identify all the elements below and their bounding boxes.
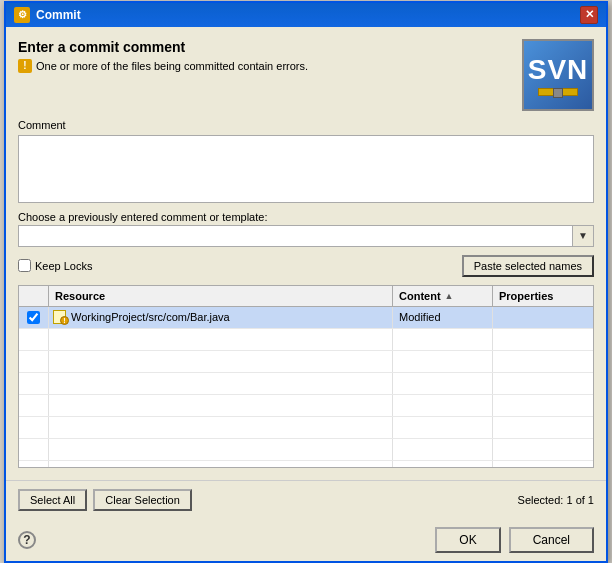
warning-row: ! One or more of the files being committ… [18,59,308,73]
td-properties [493,307,593,328]
header-section: Enter a commit comment ! One or more of … [18,39,594,111]
th-content[interactable]: Content ▲ [393,286,493,306]
empty-table-row [19,439,593,461]
td-resource: ! WorkingProject/src/com/Bar.java [49,307,393,328]
table-body: ! WorkingProject/src/com/Bar.java Modifi… [19,307,593,467]
file-table: Resource Content ▲ Properties [18,285,594,468]
file-content-status: Modified [399,311,441,323]
footer-bar: ? OK Cancel [6,519,606,561]
file-path: WorkingProject/src/com/Bar.java [71,311,230,323]
table-header: Resource Content ▲ Properties [19,286,593,307]
header-left: Enter a commit comment ! One or more of … [18,39,308,73]
th-properties-label: Properties [499,290,553,302]
help-icon[interactable]: ? [18,531,36,549]
template-section: Choose a previously entered comment or t… [18,211,594,247]
th-resource-label: Resource [55,290,105,302]
dropdown-arrow-icon[interactable]: ▼ [572,225,594,247]
empty-table-row [19,417,593,439]
bottom-bar: Select All Clear Selection Selected: 1 o… [6,480,606,519]
clear-selection-button[interactable]: Clear Selection [93,489,192,511]
select-all-button[interactable]: Select All [18,489,87,511]
keep-locks-text: Keep Locks [35,260,92,272]
th-content-label: Content [399,290,441,302]
ok-button[interactable]: OK [435,527,500,553]
table-row[interactable]: ! WorkingProject/src/com/Bar.java Modifi… [19,307,593,329]
empty-table-row [19,395,593,417]
row-checkbox[interactable] [27,311,40,324]
options-row: Keep Locks Paste selected names [18,255,594,277]
keep-locks-checkbox[interactable] [18,259,31,272]
close-button[interactable]: ✕ [580,6,598,24]
sort-arrow-icon: ▲ [445,291,454,301]
empty-table-row [19,329,593,351]
td-check[interactable] [19,307,49,328]
dialog-title: Commit [36,8,81,22]
empty-table-row [19,351,593,373]
template-label: Choose a previously entered comment or t… [18,211,594,223]
th-resource: Resource [49,286,393,306]
bottom-left-buttons: Select All Clear Selection [18,489,192,511]
warning-icon: ! [18,59,32,73]
file-modified-overlay: ! [60,316,69,325]
warning-message: One or more of the files being committed… [36,60,308,72]
dialog-icon: ⚙ [14,7,30,23]
template-dropdown-wrapper: ▼ [18,225,594,247]
title-bar-left: ⚙ Commit [14,7,81,23]
selected-count-label: Selected: 1 of 1 [518,494,594,506]
th-properties: Properties [493,286,593,306]
svn-connector [538,88,578,96]
svn-label: SVN [528,54,589,86]
template-dropdown[interactable] [18,225,594,247]
empty-table-row [19,373,593,395]
footer-buttons: OK Cancel [435,527,594,553]
commit-dialog: ⚙ Commit ✕ Enter a commit comment ! One … [4,1,608,563]
title-bar: ⚙ Commit ✕ [6,3,606,27]
dialog-body: Enter a commit comment ! One or more of … [6,27,606,480]
comment-section: Comment [18,119,594,203]
paste-selected-names-button[interactable]: Paste selected names [462,255,594,277]
keep-locks-label[interactable]: Keep Locks [18,259,92,272]
comment-label: Comment [18,119,594,131]
cancel-button[interactable]: Cancel [509,527,594,553]
td-content: Modified [393,307,493,328]
comment-textarea[interactable] [18,135,594,203]
empty-table-row [19,461,593,467]
dialog-main-title: Enter a commit comment [18,39,308,55]
th-check [19,286,49,306]
svn-logo: SVN [522,39,594,111]
file-icon: ! [53,310,67,324]
